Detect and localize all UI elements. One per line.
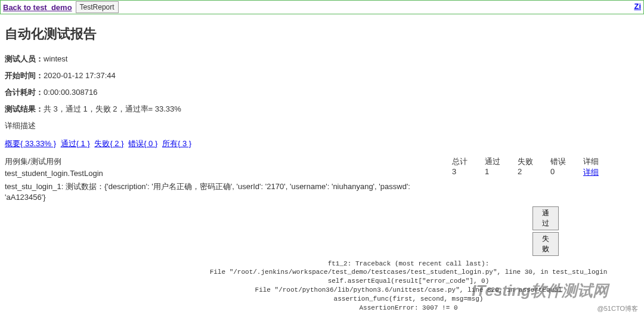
content: 自动化测试报告 测试人员：wintest 开始时间：2020-01-12 17:… [0, 14, 644, 315]
case-1: test_stu_login_1: 测试数据：{'description': '… [5, 181, 452, 203]
filter-all[interactable]: 所有{ 3 } [162, 139, 191, 148]
td-total: 3 [452, 167, 485, 180]
td-fail: 2 [518, 167, 550, 180]
th-pass: 通过 [485, 156, 518, 167]
result-table: 用例集/测试用例 总计 通过 失败 错误 详细 test_student_log… [5, 156, 639, 205]
pass-button[interactable]: 通过 [532, 206, 559, 230]
meta-result: 测试结果：共 3，通过 1，失败 2，通过率= 33.33% [5, 104, 639, 115]
status-buttons: 通过 失败 [452, 206, 639, 256]
meta-detail-desc: 详细描述 [5, 121, 639, 131]
meta-duration: 合计耗时：0:00:00.308716 [5, 87, 639, 98]
top-bar: Back to test_demo TestReport Zi [0, 0, 644, 14]
filter-pass[interactable]: 通过{ 1 } [61, 139, 90, 148]
suite-name: test_student_login.TestLogin [5, 168, 452, 179]
page-title: 自动化测试报告 [5, 25, 639, 43]
fail-button[interactable]: 失败 [532, 232, 559, 256]
th-case: 用例集/测试用例 [5, 156, 452, 167]
footnote: @51CTO博客 [597, 304, 638, 313]
filter-summary[interactable]: 概要{ 33.33% } [5, 139, 56, 148]
td-pass: 1 [485, 167, 518, 180]
filters: 概要{ 33.33% } 通过{ 1 } 失败{ 2 } 错误{ 0 } 所有{… [5, 138, 639, 149]
td-error: 0 [550, 167, 583, 180]
tab-testreport[interactable]: TestReport [76, 1, 119, 13]
th-fail: 失败 [518, 156, 550, 167]
meta-start: 开始时间：2020-01-12 17:37:44 [5, 70, 639, 81]
th-detail: 详细 [583, 156, 619, 167]
zi-link[interactable]: Zi [634, 2, 641, 11]
filter-fail[interactable]: 失败{ 2 } [94, 139, 123, 148]
th-error: 错误 [550, 156, 583, 167]
th-total: 总计 [452, 156, 485, 167]
filter-error[interactable]: 错误{ 0 } [128, 139, 157, 148]
meta-tester: 测试人员：wintest [5, 54, 639, 64]
detail-link[interactable]: 详细 [583, 168, 599, 177]
back-link[interactable]: Back to test_demo [3, 3, 72, 12]
traceback-1: ft1_2: Traceback (most recent call last)… [184, 260, 633, 313]
